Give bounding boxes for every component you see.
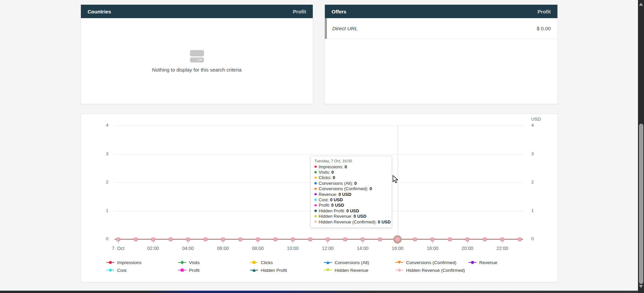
- tooltip-series-dot: [314, 166, 317, 168]
- legend-marker-square-icon: [178, 270, 186, 271]
- tooltip-item-hidden-revenue: Hidden Revenue: 0 USD: [314, 214, 388, 219]
- legend-label: Hidden Revenue: [335, 268, 368, 273]
- legend-label: Profit: [189, 268, 200, 273]
- legend-item-revenue[interactable]: Revenue: [468, 259, 497, 265]
- data-point[interactable]: [116, 238, 120, 241]
- x-axis-label: 16:00: [386, 246, 409, 251]
- chart-tooltip: Tuesday, 7 Oct, 16:00 Impressions: 0Visi…: [310, 156, 392, 228]
- legend-item-hidden-revenue-confirmed[interactable]: Hidden Revenue (Confirmed): [395, 267, 465, 273]
- scrollbar-thumb[interactable]: [639, 124, 643, 284]
- data-point[interactable]: [500, 238, 504, 241]
- legend-marker-triangle-up-icon: [324, 262, 332, 263]
- legend-item-conversions-all[interactable]: Conversions (All): [324, 259, 369, 265]
- legend-item-impressions[interactable]: Impressions: [106, 259, 142, 265]
- legend-label: Clicks: [261, 260, 273, 265]
- tooltip-series-dot: [314, 215, 317, 217]
- legend-item-visits[interactable]: Visits: [178, 259, 200, 265]
- no-data-icon: [190, 50, 204, 62]
- data-point[interactable]: [291, 238, 295, 241]
- data-point[interactable]: [413, 238, 417, 241]
- data-point[interactable]: [239, 238, 242, 241]
- tooltip-title: Tuesday, 7 Oct, 16:00: [314, 159, 388, 163]
- legend-item-clicks[interactable]: Clicks: [250, 259, 273, 265]
- legend-item-cost[interactable]: Cost: [106, 267, 127, 273]
- data-point[interactable]: [169, 238, 172, 241]
- x-axis-label: 10:00: [281, 246, 304, 251]
- legend-label: Revenue: [479, 260, 497, 265]
- legend-item-hidden-profit[interactable]: Hidden Profit: [250, 267, 287, 273]
- y-axis-label-left: 2: [95, 179, 108, 184]
- tooltip-item-hidden-profit: Hidden Profit: 0 USD: [314, 208, 388, 213]
- countries-panel-header: Countries Profit: [81, 5, 313, 18]
- x-axis-label: 18:00: [421, 246, 444, 251]
- data-point[interactable]: [204, 238, 207, 241]
- series-zero-line: [114, 239, 522, 240]
- x-axis-label: 08:00: [246, 246, 269, 251]
- tooltip-item-hidden-revenue-confirmed: Hidden Revenue (Confirmed): 0 USD: [314, 219, 388, 224]
- offer-name: Direct URL: [332, 26, 358, 32]
- scroll-down-icon[interactable]: [639, 285, 643, 288]
- x-axis-label: 06:00: [211, 246, 235, 251]
- y-axis-label-right: 0: [531, 236, 534, 241]
- y-axis-label-left: 0: [95, 236, 108, 241]
- legend-marker-triangle-down-icon: [395, 262, 403, 263]
- y-axis-label-right: 4: [531, 123, 534, 128]
- legend-label: Visits: [189, 260, 200, 265]
- data-point[interactable]: [151, 238, 155, 241]
- data-point[interactable]: [274, 238, 277, 241]
- scroll-up-icon[interactable]: [639, 3, 643, 6]
- tooltip-item-conversions-confirmed: Conversions (Confirmed): 0: [314, 186, 388, 192]
- data-point[interactable]: [326, 238, 330, 241]
- tooltip-item-profit: Profit: 0 USD: [314, 203, 388, 208]
- offers-profit-column-header: Profit: [538, 9, 551, 14]
- data-point[interactable]: [221, 238, 225, 241]
- legend-marker-circle-icon: [468, 262, 477, 263]
- tooltip-item-conversions-all: Conversions (All): 0: [314, 180, 388, 186]
- legend-label: Conversions (All): [335, 260, 369, 265]
- y-axis-label-left: 1: [95, 208, 108, 213]
- x-axis-label: 7. Oct: [106, 246, 130, 251]
- legend-label: Impressions: [117, 260, 142, 265]
- x-axis-label: 02:00: [141, 246, 165, 251]
- tooltip-series-dot: [314, 182, 317, 184]
- tooltip-series-dot: [314, 171, 317, 173]
- tooltip-item-impressions: Impressions: 0: [314, 164, 388, 169]
- data-point-hovered[interactable]: [395, 237, 400, 242]
- data-point[interactable]: [361, 238, 364, 241]
- x-axis-label: 20:00: [456, 246, 479, 251]
- data-point[interactable]: [431, 238, 434, 241]
- data-point[interactable]: [448, 238, 452, 241]
- tooltip-item-visits: Visits: 0: [314, 169, 388, 175]
- y-axis-label-right: 1: [531, 208, 534, 213]
- data-point[interactable]: [378, 238, 382, 241]
- vertical-scrollbar[interactable]: [638, 0, 644, 293]
- data-point[interactable]: [256, 238, 260, 241]
- y-axis-unit-label: USD: [531, 117, 541, 122]
- data-point[interactable]: [186, 238, 190, 241]
- y-axis-label-left: 4: [95, 123, 108, 128]
- hover-crosshair: [398, 126, 398, 239]
- legend-item-hidden-revenue[interactable]: Hidden Revenue: [324, 267, 368, 273]
- tooltip-series-dot: [314, 199, 317, 201]
- data-point[interactable]: [483, 238, 487, 241]
- countries-profit-column-header: Profit: [293, 9, 306, 14]
- legend-marker-square-icon: [250, 262, 258, 263]
- countries-panel-title: Countries: [88, 9, 111, 14]
- legend-item-conversions-confirmed[interactable]: Conversions (Confirmed): [395, 259, 456, 265]
- offers-panel-title: Offers: [332, 9, 346, 14]
- legend-item-profit[interactable]: Profit: [178, 267, 200, 273]
- tooltip-item-clicks: Clicks: 0: [314, 175, 388, 180]
- countries-empty-state: Nothing to display for this search crite…: [81, 18, 313, 104]
- data-point[interactable]: [134, 238, 138, 241]
- data-point[interactable]: [343, 238, 347, 241]
- legend-marker-diamond-icon: [106, 270, 114, 271]
- chart-panel: USD 00112233447. Oct02:0004:0006:0008:00…: [81, 114, 558, 282]
- data-point[interactable]: [465, 238, 469, 241]
- data-point[interactable]: [308, 238, 312, 241]
- legend-marker-triangle-up-icon: [250, 270, 258, 271]
- gridline: [114, 154, 523, 155]
- offers-panel: Offers Profit Direct URL $ 0.00: [325, 4, 558, 104]
- legend-label: Conversions (Confirmed): [406, 260, 456, 265]
- data-point[interactable]: [518, 238, 522, 241]
- offer-row-direct-url[interactable]: Direct URL $ 0.00: [325, 18, 557, 39]
